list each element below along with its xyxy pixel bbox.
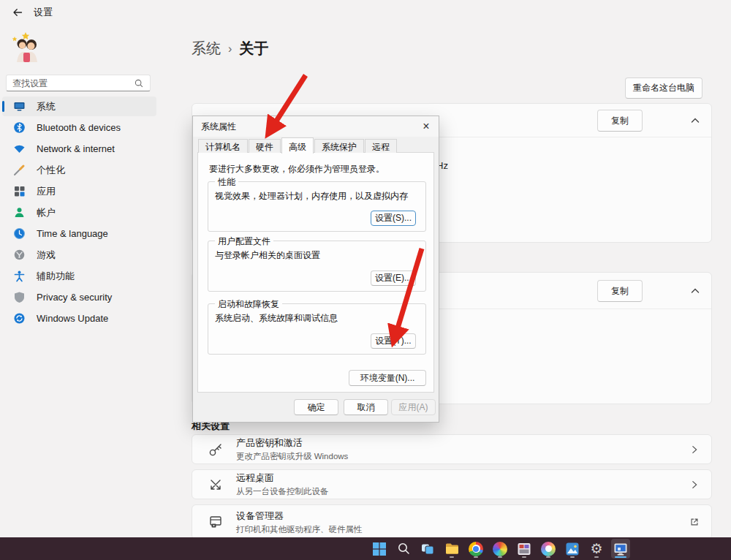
advanced-tab-page: 要进行大多数更改，你必须作为管理员登录。 性能 视觉效果，处理器计划，内存使用，… (197, 152, 434, 393)
chrome-icon (469, 542, 483, 556)
sidebar-item-label: 辅助功能 (37, 270, 75, 283)
dialog-tabs: 计算机名 硬件 高级 系统保护 远程 (198, 137, 398, 153)
running-indicator (498, 556, 502, 559)
sidebar-item-personalization[interactable]: 个性化 (2, 160, 156, 180)
performance-group: 性能 视觉效果，处理器计划，内存使用，以及虚拟内存 设置(S)... (208, 181, 426, 232)
performance-group-title: 性能 (215, 176, 238, 189)
startup-recovery-group: 启动和故障恢复 系统启动、系统故障和调试信息 设置(T)... (208, 303, 426, 355)
page-title: 关于 (239, 39, 268, 58)
sidebar: 系统 Bluetooth & devices Network & interne… (0, 96, 162, 330)
chevron-right-icon (689, 480, 700, 490)
user-avatar[interactable] (11, 29, 43, 63)
task-view-button[interactable] (418, 539, 437, 559)
search-icon (134, 78, 144, 88)
search-input[interactable] (12, 78, 134, 88)
tab-remote[interactable]: 远程 (365, 139, 397, 153)
startup-recovery-settings-button[interactable]: 设置(T)... (371, 333, 416, 349)
running-indicator (474, 556, 478, 559)
close-icon[interactable]: × (417, 118, 436, 135)
taskbar-search[interactable] (394, 539, 413, 559)
settings-app-button[interactable]: ⚙ (587, 539, 606, 559)
sidebar-item-time-language[interactable]: Time & language (2, 224, 156, 243)
running-indicator (546, 556, 550, 559)
sidebar-item-bluetooth[interactable]: Bluetooth & devices (2, 118, 156, 137)
tab-hardware[interactable]: 硬件 (249, 139, 281, 153)
sidebar-item-network[interactable]: Network & internet (2, 139, 156, 159)
startup-recovery-group-title: 启动和故障恢复 (215, 298, 282, 311)
copy-button[interactable]: 复制 (597, 280, 643, 302)
breadcrumb-chevron: › (228, 42, 232, 56)
performance-settings-button[interactable]: 设置(S)... (371, 211, 416, 226)
sidebar-item-accessibility[interactable]: 辅助功能 (2, 266, 156, 286)
related-row-remote-desktop[interactable]: 远程桌面 从另一台设备控制此设备 (192, 469, 712, 499)
sidebar-item-gaming[interactable]: 游戏 (2, 245, 156, 265)
sidebar-item-system[interactable]: 系统 (2, 97, 156, 116)
search-box[interactable] (6, 75, 151, 91)
task-view-icon (420, 542, 435, 556)
dialog-footer: 确定 取消 应用(A) (193, 393, 439, 422)
related-row-activation[interactable]: 产品密钥和激活 更改产品密钥或升级 Windows (192, 434, 712, 464)
chevron-up-icon[interactable] (689, 285, 701, 297)
system-icon (13, 100, 26, 113)
related-row-texts: 产品密钥和激活 更改产品密钥或升级 Windows (236, 436, 689, 462)
browser-pinwheel-icon (493, 542, 507, 556)
ok-button[interactable]: 确定 (294, 399, 338, 415)
tab-advanced[interactable]: 高级 (281, 137, 314, 154)
file-explorer-icon (444, 541, 460, 556)
photos-app-button[interactable] (563, 539, 582, 559)
startup-recovery-group-desc: 系统启动、系统故障和调试信息 (215, 312, 338, 325)
related-row-subtitle: 从另一台设备控制此设备 (236, 486, 689, 497)
copy-button[interactable]: 复制 (597, 110, 643, 132)
app-title: 设置 (34, 6, 53, 19)
sidebar-item-label: Windows Update (37, 313, 108, 324)
xbox-icon (13, 249, 26, 261)
settings-window: 设置 系统 Bluetooth & devices Network & inte… (0, 0, 731, 560)
sidebar-item-privacy[interactable]: Privacy & security (2, 287, 156, 307)
person-icon (13, 206, 26, 219)
dialog-title: 系统属性 (201, 121, 236, 133)
brush-icon (13, 164, 26, 176)
chevron-up-icon[interactable] (689, 115, 701, 126)
related-row-device-manager[interactable]: 设备管理器 打印机和其他驱动程序、硬件属性 (192, 504, 712, 540)
pinwheel-browser-button[interactable] (491, 539, 510, 559)
environment-variables-button[interactable]: 环境变量(N)... (349, 370, 426, 386)
sidebar-item-label: Bluetooth & devices (37, 122, 121, 133)
settings-gear-icon: ⚙ (590, 542, 602, 556)
sidebar-item-windows-update[interactable]: Windows Update (2, 309, 156, 328)
system-properties-taskbar-button[interactable] (611, 539, 630, 559)
dialog-titlebar[interactable]: 系统属性 × (193, 116, 439, 137)
tab-computer-name[interactable]: 计算机名 (198, 139, 248, 153)
start-button[interactable] (370, 539, 389, 559)
sidebar-item-apps[interactable]: 应用 (2, 181, 156, 201)
related-row-title: 设备管理器 (236, 510, 689, 523)
breadcrumb: 系统 › 关于 (192, 39, 268, 58)
bluetooth-icon (13, 121, 26, 134)
performance-group-desc: 视觉效果，处理器计划，内存使用，以及虚拟内存 (215, 190, 408, 203)
related-row-subtitle: 更改产品密钥或升级 Windows (236, 451, 689, 462)
back-arrow-icon[interactable] (12, 7, 23, 18)
app-window-button[interactable] (515, 539, 534, 559)
related-row-title: 产品密钥和激活 (236, 436, 689, 450)
wifi-icon (13, 143, 26, 155)
user-profiles-group-title: 用户配置文件 (215, 235, 273, 248)
sidebar-item-accounts[interactable]: 帐户 (2, 203, 156, 222)
rename-pc-button[interactable]: 重命名这台电脑 (625, 77, 702, 99)
device-manager-icon (208, 515, 223, 529)
taskbar-icons: ⚙ (370, 539, 630, 559)
breadcrumb-system[interactable]: 系统 (192, 39, 221, 58)
running-indicator (570, 556, 575, 559)
app-window-icon (517, 542, 531, 556)
tab-system-protection[interactable]: 系统保护 (314, 139, 364, 153)
sidebar-item-label: Privacy & security (37, 292, 112, 303)
related-row-subtitle: 打印机和其他驱动程序、硬件属性 (236, 524, 689, 535)
cancel-button[interactable]: 取消 (344, 399, 388, 415)
file-explorer-button[interactable] (442, 539, 461, 559)
related-row-texts: 远程桌面 从另一台设备控制此设备 (236, 472, 689, 497)
user-profiles-settings-button[interactable]: 设置(E)... (371, 270, 416, 286)
related-row-title: 远程桌面 (236, 472, 689, 485)
chrome-button[interactable] (466, 539, 485, 559)
photos-icon (565, 542, 580, 556)
admin-note: 要进行大多数更改，你必须作为管理员登录。 (209, 163, 385, 175)
user-profiles-group-desc: 与登录帐户相关的桌面设置 (215, 249, 320, 262)
paint-app-button[interactable] (539, 539, 558, 559)
